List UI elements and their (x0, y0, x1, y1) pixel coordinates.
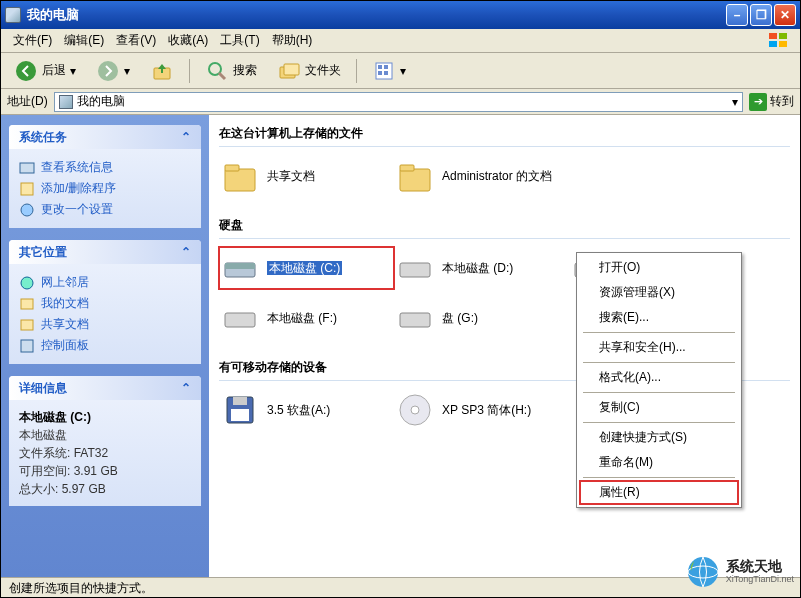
svg-rect-1 (779, 33, 787, 39)
svg-rect-24 (225, 165, 239, 171)
menu-bar: 文件(F) 编辑(E) 查看(V) 收藏(A) 工具(T) 帮助(H) (1, 29, 800, 53)
menu-favorites[interactable]: 收藏(A) (162, 32, 214, 49)
content-area: 在这台计算机上存储的文件 共享文档 Administrator 的文档 硬盘 本… (209, 115, 800, 577)
svg-rect-21 (21, 320, 33, 330)
svg-rect-35 (231, 409, 249, 421)
computer-icon (59, 95, 73, 109)
context-menu-item[interactable]: 属性(R) (579, 480, 739, 505)
context-menu-item[interactable]: 共享和安全(H)... (579, 335, 739, 360)
context-menu-item[interactable]: 格式化(A)... (579, 365, 739, 390)
context-menu-item[interactable]: 创建快捷方式(S) (579, 425, 739, 450)
menu-file[interactable]: 文件(F) (7, 32, 58, 49)
panel-header[interactable]: 其它位置 ⌃ (9, 240, 201, 264)
forward-button[interactable]: ▾ (89, 56, 137, 86)
back-icon (14, 59, 38, 83)
close-button[interactable]: ✕ (774, 4, 796, 26)
panel-header[interactable]: 详细信息 ⌃ (9, 376, 201, 400)
drive-f[interactable]: 本地磁盘 (F:) (219, 297, 394, 339)
context-menu-item[interactable]: 复制(C) (579, 395, 739, 420)
svg-point-38 (688, 557, 718, 587)
svg-point-4 (16, 61, 36, 81)
link-shared-docs[interactable]: 共享文档 (19, 314, 191, 335)
panel-details: 详细信息 ⌃ 本地磁盘 (C:) 本地磁盘 文件系统: FAT32 可用空间: … (9, 376, 201, 506)
search-button[interactable]: 搜索 (198, 56, 264, 86)
maximize-button[interactable]: ❐ (750, 4, 772, 26)
link-change-setting[interactable]: 更改一个设置 (19, 199, 191, 220)
svg-point-5 (98, 61, 118, 81)
drive-c[interactable]: 本地磁盘 (C:) (219, 247, 394, 289)
folders-button[interactable]: 文件夹 (270, 56, 348, 86)
svg-point-19 (21, 277, 33, 289)
link-add-remove[interactable]: 添加/删除程序 (19, 178, 191, 199)
go-button[interactable]: ➔ 转到 (749, 93, 794, 111)
item-admin-docs[interactable]: Administrator 的文档 (394, 155, 569, 197)
windows-logo-icon (764, 31, 794, 51)
svg-rect-16 (20, 163, 34, 173)
minimize-button[interactable]: – (726, 4, 748, 26)
svg-rect-28 (225, 263, 255, 269)
drive-g[interactable]: 盘 (G:) (394, 297, 569, 339)
toolbar: 后退 ▾ ▾ 搜索 文件夹 ▾ (1, 53, 800, 89)
svg-rect-3 (779, 41, 787, 47)
go-arrow-icon: ➔ (749, 93, 767, 111)
back-button[interactable]: 后退 ▾ (7, 56, 83, 86)
search-icon (205, 59, 229, 83)
floppy-a[interactable]: 3.5 软盘(A:) (219, 389, 394, 431)
hdd-icon (396, 299, 434, 337)
link-network[interactable]: 网上邻居 (19, 272, 191, 293)
svg-rect-26 (400, 165, 414, 171)
chevron-down-icon: ▾ (400, 64, 406, 78)
menu-edit[interactable]: 编辑(E) (58, 32, 110, 49)
svg-rect-34 (233, 397, 247, 405)
title-bar: 我的电脑 – ❐ ✕ (1, 1, 800, 29)
views-button[interactable]: ▾ (365, 56, 413, 86)
watermark: 系统天地 XiTongTianDi.net (686, 555, 794, 589)
chevron-down-icon[interactable]: ▾ (732, 95, 738, 109)
context-menu-item[interactable]: 重命名(M) (579, 450, 739, 475)
link-my-docs[interactable]: 我的文档 (19, 293, 191, 314)
menu-help[interactable]: 帮助(H) (266, 32, 319, 49)
item-shared-docs[interactable]: 共享文档 (219, 155, 394, 197)
address-input[interactable]: 我的电脑 ▾ (54, 92, 743, 112)
forward-icon (96, 59, 120, 83)
chevron-down-icon: ▾ (124, 64, 130, 78)
drive-d[interactable]: 本地磁盘 (D:) (394, 247, 569, 289)
link-control-panel[interactable]: 控制面板 (19, 335, 191, 356)
hdd-icon (396, 249, 434, 287)
svg-point-18 (21, 204, 33, 216)
svg-point-37 (411, 406, 419, 414)
folder-icon (221, 157, 259, 195)
chevron-down-icon: ▾ (70, 64, 76, 78)
svg-rect-0 (769, 33, 777, 39)
collapse-icon: ⌃ (181, 381, 191, 395)
status-text: 创建所选项目的快捷方式。 (9, 580, 153, 597)
context-menu-item[interactable]: 打开(O) (579, 255, 739, 280)
panel-system-tasks: 系统任务 ⌃ 查看系统信息 添加/删除程序 更改一个设置 (9, 125, 201, 228)
menu-tools[interactable]: 工具(T) (214, 32, 265, 49)
svg-rect-22 (21, 340, 33, 352)
context-menu-item[interactable]: 资源管理器(X) (579, 280, 739, 305)
link-system-info[interactable]: 查看系统信息 (19, 157, 191, 178)
svg-rect-20 (21, 299, 33, 309)
svg-rect-13 (384, 65, 388, 69)
folder-up-icon (150, 59, 174, 83)
app-icon (5, 7, 21, 23)
drive-h[interactable]: XP SP3 简体(H:) (394, 389, 569, 431)
detail-type: 本地磁盘 (19, 426, 191, 444)
svg-rect-32 (400, 313, 430, 327)
detail-name: 本地磁盘 (C:) (19, 408, 191, 426)
hdd-icon (221, 249, 259, 287)
section-files-header: 在这台计算机上存储的文件 (219, 121, 790, 147)
context-menu-item[interactable]: 搜索(E)... (579, 305, 739, 330)
collapse-icon: ⌃ (181, 130, 191, 144)
address-bar: 地址(D) 我的电脑 ▾ ➔ 转到 (1, 89, 800, 115)
svg-line-8 (219, 73, 225, 79)
up-button[interactable] (143, 56, 181, 86)
menu-view[interactable]: 查看(V) (110, 32, 162, 49)
address-label: 地址(D) (7, 93, 48, 110)
svg-rect-29 (400, 263, 430, 277)
status-bar: 创建所选项目的快捷方式。 (1, 577, 800, 598)
panel-other-places: 其它位置 ⌃ 网上邻居 我的文档 共享文档 控制面板 (9, 240, 201, 364)
svg-rect-14 (378, 71, 382, 75)
panel-header[interactable]: 系统任务 ⌃ (9, 125, 201, 149)
